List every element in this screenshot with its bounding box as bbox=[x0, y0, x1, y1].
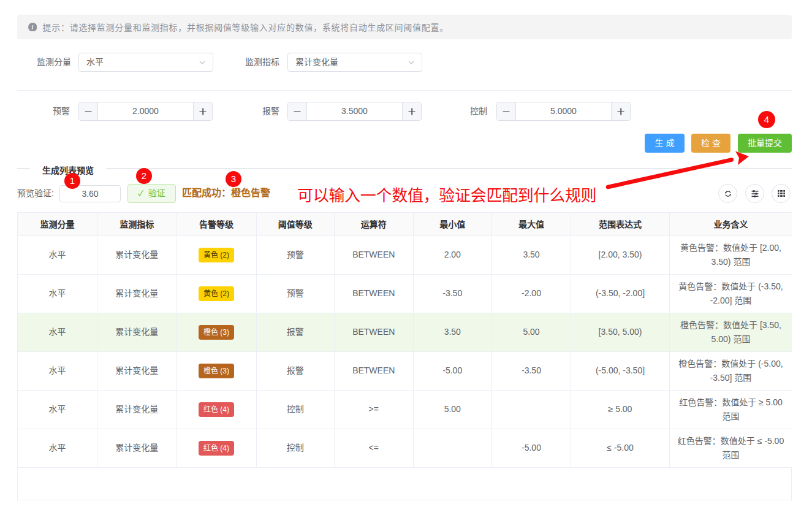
svg-text:i: i bbox=[31, 24, 33, 31]
